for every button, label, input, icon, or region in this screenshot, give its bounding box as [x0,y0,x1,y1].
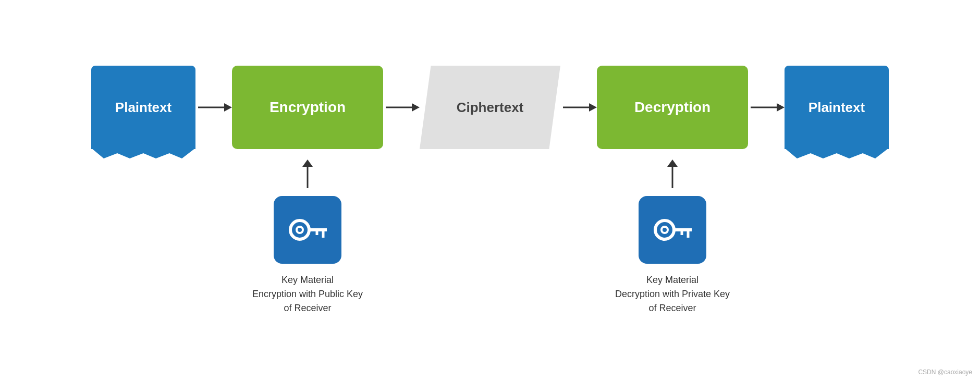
encryption-box: Encryption [232,66,383,149]
decryption-key-icon [649,212,696,248]
ciphertext-shape: Ciphertext [420,66,560,149]
plaintext-right-label: Plaintext [808,100,865,116]
encryption-label: Encryption [270,99,346,116]
decryption-key-icon-box [639,196,706,264]
arrow-1 [195,100,232,115]
svg-marker-1 [224,103,232,112]
svg-marker-7 [777,103,785,112]
svg-marker-5 [589,103,597,112]
ciphertext-label: Ciphertext [457,100,524,116]
svg-marker-17 [667,159,678,167]
arrow-2 [383,100,420,115]
encryption-upward-arrow [300,159,315,191]
decryption-upward-arrow [665,159,680,191]
svg-marker-9 [302,159,313,167]
svg-point-15 [298,228,302,232]
plaintext-left-label: Plaintext [115,100,172,116]
top-row: Plaintext Encryption [91,66,889,149]
diagram-container: Plaintext Encryption [21,66,959,315]
arrow-3 [560,100,597,115]
arrow-4 [748,100,785,115]
plaintext-right-shape: Plaintext [785,66,889,149]
encryption-key-column: Key Material Encryption with Public Key … [232,159,383,315]
decryption-label: Decryption [634,99,710,116]
watermark: CSDN @caoxiaoye [918,368,972,376]
plaintext-left-shape: Plaintext [91,66,195,149]
svg-point-23 [663,228,667,232]
encryption-key-icon-box [274,196,341,264]
encryption-key-icon [284,212,331,248]
decryption-key-label: Key Material Decryption with Private Key… [615,273,730,315]
encryption-key-label: Key Material Encryption with Public Key … [252,273,363,315]
bottom-row: Key Material Encryption with Public Key … [21,159,959,315]
svg-marker-3 [412,103,420,112]
decryption-box: Decryption [597,66,748,149]
decryption-key-column: Key Material Decryption with Private Key… [597,159,748,315]
